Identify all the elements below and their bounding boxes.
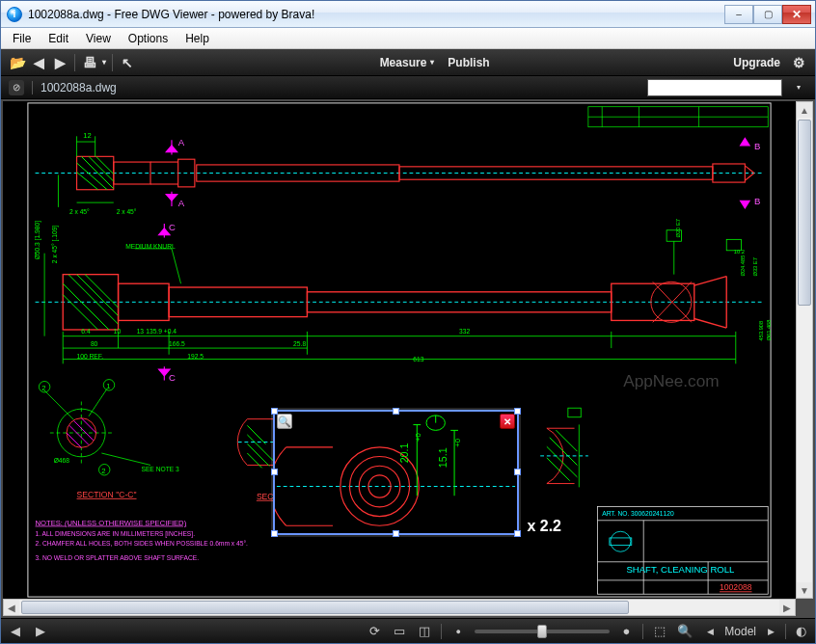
- svg-text:100 REF.: 100 REF.: [77, 353, 104, 360]
- upgrade-button[interactable]: Upgrade: [733, 56, 780, 69]
- magnifier-tool-icon[interactable]: 🔍: [676, 623, 694, 640]
- svg-point-7: [611, 531, 631, 551]
- menu-options[interactable]: Options: [121, 30, 176, 47]
- resize-handle[interactable]: [393, 408, 399, 415]
- svg-text:6.4: 6.4: [81, 328, 91, 335]
- resize-handle[interactable]: [514, 408, 521, 415]
- scroll-thumb[interactable]: [798, 120, 811, 306]
- svg-text:613: 613: [413, 356, 423, 362]
- svg-text:C: C: [169, 372, 176, 383]
- svg-line-58: [85, 275, 118, 308]
- magnifier-zoom-icon[interactable]: 🔍: [277, 414, 292, 429]
- scroll-down-icon[interactable]: ▼: [797, 582, 812, 598]
- resize-handle[interactable]: [393, 530, 399, 537]
- vertical-scrollbar[interactable]: ▲ ▼: [796, 101, 813, 599]
- menu-view[interactable]: View: [78, 30, 119, 47]
- magnifier-overlay[interactable]: 🔍 ✕: [273, 410, 519, 535]
- nav-last-icon[interactable]: ▶: [32, 623, 49, 640]
- titlebar[interactable]: i 1002088a.dwg - Free DWG Viewer - power…: [1, 1, 815, 28]
- svg-rect-137: [568, 408, 581, 417]
- svg-text:80: 80: [91, 340, 98, 347]
- layer-prev-icon[interactable]: ◀: [701, 623, 719, 640]
- maximize-button[interactable]: ▢: [753, 5, 782, 24]
- svg-text:2: 2: [101, 467, 105, 475]
- svg-rect-1: [597, 506, 768, 594]
- svg-text:Ø24.485: Ø24.485: [740, 255, 746, 277]
- svg-line-72: [172, 249, 181, 283]
- svg-text:15.1: 15.1: [437, 447, 449, 468]
- scroll-up-icon[interactable]: ▲: [797, 102, 812, 118]
- svg-text:13: 13: [137, 328, 145, 335]
- page-width-icon[interactable]: ◫: [416, 623, 433, 640]
- scroll-right-icon[interactable]: ▶: [779, 600, 795, 615]
- status-bar: ◀ ▶ ⟳ ▭ ◫ ● ● ⬚ 🔍 ◀ Model ▶ ◐: [1, 618, 815, 643]
- svg-text:NOTES: (UNLESS OTHERWISE SPECI: NOTES: (UNLESS OTHERWISE SPECIFIED): [36, 519, 187, 527]
- svg-line-125: [247, 443, 269, 466]
- background-toggle-icon[interactable]: ◐: [792, 623, 809, 640]
- svg-line-27: [745, 174, 754, 181]
- svg-text:+0: +0: [414, 433, 422, 442]
- scroll-thumb[interactable]: [21, 601, 629, 614]
- zoom-out-icon[interactable]: ●: [449, 623, 467, 640]
- svg-text:1002088: 1002088: [720, 582, 752, 592]
- nav-first-icon[interactable]: ◀: [7, 623, 24, 640]
- page-fit-icon[interactable]: ▭: [391, 623, 408, 640]
- svg-text:20.1: 20.1: [398, 443, 410, 463]
- gear-icon[interactable]: ⚙: [790, 54, 807, 71]
- resize-handle[interactable]: [271, 530, 278, 537]
- layer-next-icon[interactable]: ▶: [762, 623, 779, 640]
- svg-text:2. CHAMFER ALL HOLES, BOTH SID: 2. CHAMFER ALL HOLES, BOTH SIDES WHEN PO…: [36, 540, 249, 547]
- svg-text:SHAFT, CLEANING ROLL: SHAFT, CLEANING ROLL: [626, 564, 734, 575]
- main-toolbar: 📂 ◀ ▶ 🖶 ▾ ↖ Measure▾ Publish Upgrade ⚙: [1, 49, 815, 76]
- zoom-area-icon[interactable]: ⬚: [651, 623, 668, 640]
- resize-handle[interactable]: [271, 469, 278, 475]
- main-window: i 1002088a.dwg - Free DWG Viewer - power…: [0, 0, 816, 644]
- rotate-icon[interactable]: ⟳: [366, 623, 383, 640]
- measure-dropdown[interactable]: Measure▾: [380, 56, 435, 69]
- tab-filename[interactable]: 1002088a.dwg: [41, 81, 117, 94]
- svg-line-134: [547, 458, 570, 481]
- nav-back-icon[interactable]: ◀: [30, 54, 47, 71]
- search-dropdown-icon[interactable]: ▾: [790, 79, 807, 96]
- resize-handle[interactable]: [271, 408, 278, 415]
- svg-text:10.2: 10.2: [734, 249, 745, 255]
- nav-fwd-icon[interactable]: ▶: [51, 54, 68, 71]
- zoom-in-icon[interactable]: ●: [617, 623, 635, 640]
- svg-line-32: [77, 173, 98, 190]
- menu-edit[interactable]: Edit: [41, 30, 76, 47]
- close-button[interactable]: ✕: [782, 5, 811, 24]
- drawing-canvas[interactable]: SHAFT, CLEANING ROLL ART. NO. 3006202411…: [3, 101, 796, 599]
- svg-line-54: [694, 319, 726, 329]
- menu-help[interactable]: Help: [177, 30, 217, 47]
- minimize-button[interactable]: –: [724, 5, 753, 24]
- svg-text:12: 12: [83, 131, 91, 140]
- search-input[interactable]: [647, 79, 782, 96]
- magnifier-view: 20.1 +0 15.1 +0: [275, 412, 517, 533]
- tab-close-icon[interactable]: ⊘: [9, 80, 24, 95]
- print-icon[interactable]: 🖶: [81, 54, 98, 71]
- svg-text:A: A: [178, 198, 185, 208]
- svg-text:+0: +0: [453, 439, 462, 447]
- svg-line-115: [74, 421, 94, 441]
- scroll-left-icon[interactable]: ◀: [4, 600, 19, 615]
- svg-text:2: 2: [41, 384, 45, 392]
- resize-handle[interactable]: [514, 530, 521, 537]
- zoom-slider-thumb[interactable]: [537, 625, 547, 638]
- magnifier-zoom-label: x 2.2: [527, 518, 561, 535]
- window-title: 1002088a.dwg - Free DWG Viewer - powered…: [28, 8, 719, 21]
- publish-button[interactable]: Publish: [448, 56, 489, 69]
- magnifier-close-icon[interactable]: ✕: [500, 414, 515, 429]
- horizontal-scrollbar[interactable]: ◀ ▶: [3, 599, 796, 616]
- svg-text:2 x 45°: 2 x 45°: [117, 208, 137, 215]
- svg-text:Ø61.468: Ø61.468: [766, 319, 772, 340]
- svg-line-107: [89, 389, 107, 416]
- svg-text:SEE NOTE 3: SEE NOTE 3: [141, 466, 179, 472]
- svg-line-53: [694, 277, 726, 286]
- resize-handle[interactable]: [514, 469, 521, 475]
- menu-file[interactable]: File: [5, 30, 39, 47]
- pointer-icon[interactable]: ↖: [119, 54, 136, 71]
- zoom-slider[interactable]: [475, 630, 610, 633]
- open-file-icon[interactable]: 📂: [9, 54, 26, 71]
- svg-line-126: [247, 453, 261, 468]
- svg-text:1. ALL DIMENSIONS ARE IN MILLI: 1. ALL DIMENSIONS ARE IN MILLIMETERS [IN…: [36, 530, 196, 538]
